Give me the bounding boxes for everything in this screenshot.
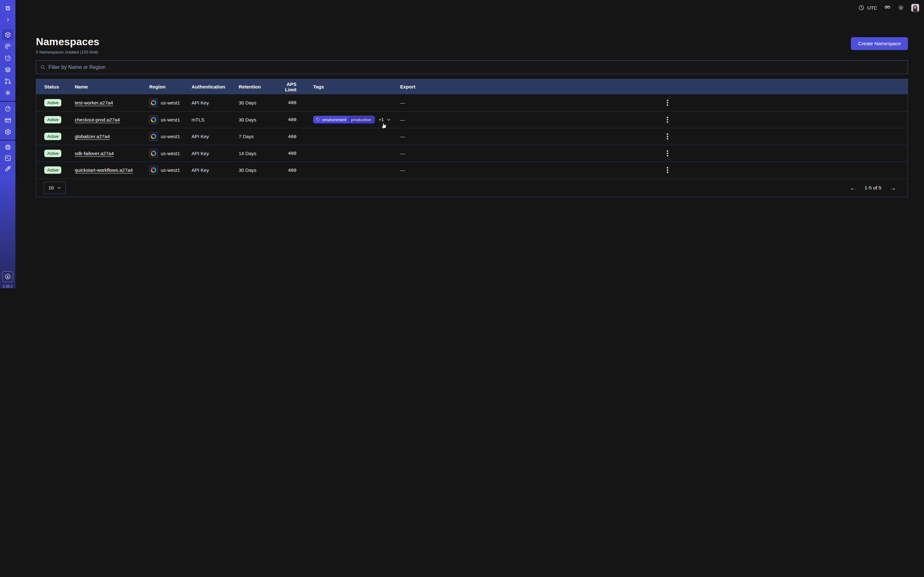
region-label: us-west1 — [161, 134, 180, 139]
sidebar-divider — [0, 101, 15, 102]
sidebar-item-namespaces[interactable] — [2, 29, 13, 40]
table-row: Active quickstart-workflows.a27a4 us-wes… — [36, 161, 462, 179]
sidebar-item-usage[interactable] — [2, 103, 13, 114]
namespaces-table: Status Name Region Authentication Retent… — [36, 79, 462, 197]
mouse-cursor-pointer — [380, 121, 388, 129]
tag-chip[interactable]: environment production — [313, 116, 375, 123]
sparkle-square-icon — [5, 155, 11, 161]
column-header-region: Region — [149, 84, 192, 89]
tag-key: environment — [322, 117, 346, 122]
sidebar-item-whats-new[interactable] — [2, 153, 13, 163]
auth-method: API Key — [192, 167, 239, 173]
search-icon — [40, 64, 45, 70]
status-badge: Active — [44, 150, 61, 157]
aps-limit-value: 400 — [276, 168, 298, 173]
gcp-region-icon — [149, 115, 158, 124]
table-pagination: 10 ← 1-5 of 5 → — [36, 179, 462, 197]
region-label: us-west1 — [161, 117, 180, 122]
status-badge: Active — [44, 116, 61, 123]
gcp-region-icon — [149, 149, 158, 158]
sidebar: $ 2.35.1 — [0, 0, 15, 288]
auth-method: API Key — [192, 100, 239, 105]
table-row: Active test-worker.a27a4 us-west1 API Ke… — [36, 94, 462, 111]
main-content: Namespaces 5 Namespaces created (100 lim… — [15, 15, 462, 288]
export-value: — — [400, 151, 427, 156]
column-header-status: Status — [44, 84, 75, 89]
column-header-authentication: Authentication — [192, 84, 239, 89]
spiral-icon — [5, 43, 11, 50]
page-size-value: 10 — [48, 185, 54, 190]
top-bar: UTC — [15, 0, 462, 15]
column-header-retention: Retention — [239, 84, 276, 89]
auth-method: mTLS — [192, 117, 239, 122]
region-label: us-west1 — [161, 100, 180, 105]
export-value: — — [400, 134, 427, 139]
export-value: — — [400, 167, 427, 173]
table-row: Active globalizer.a27a4 us-west1 API Key… — [36, 128, 462, 145]
app-version: 2.35.1 — [0, 284, 15, 288]
rocket-icon — [5, 165, 11, 172]
export-value: — — [400, 117, 427, 122]
gcp-region-icon — [149, 132, 158, 141]
namespace-link[interactable]: checkout-prod.a27a4 — [75, 117, 120, 122]
filter-input[interactable] — [48, 64, 462, 70]
page-header: Namespaces 5 Namespaces created (100 lim… — [36, 36, 462, 55]
namespace-link[interactable]: test-worker.a27a4 — [75, 100, 113, 105]
retention-value: 30 Days — [239, 100, 276, 105]
export-value: — — [400, 100, 427, 105]
aps-limit-value: 400 — [276, 117, 298, 122]
coin-icon: $ — [4, 273, 11, 280]
sidebar-item-schedules[interactable] — [2, 53, 13, 63]
page-title: Namespaces — [36, 36, 99, 48]
column-header-tags: Tags — [298, 84, 400, 89]
column-header-aps-limit: APS Limit — [276, 81, 298, 92]
table-row: Active checkout-prod.a27a4 us-west1 mTLS… — [36, 111, 462, 128]
aps-limit-value: 400 — [276, 134, 298, 139]
status-badge: Active — [44, 99, 61, 106]
sidebar-item-getting-started[interactable] — [2, 163, 13, 174]
sidebar-expand-chevron-right-icon[interactable] — [2, 14, 13, 25]
sidebar-divider — [0, 140, 15, 140]
sidebar-item-deployments[interactable] — [2, 64, 13, 75]
column-header-export: Export — [400, 84, 427, 89]
temporal-logo-icon[interactable] — [2, 3, 13, 13]
layers-icon — [5, 66, 11, 73]
tag-value: production — [349, 117, 374, 123]
pipeline-icon — [5, 78, 11, 85]
column-header-name: Name — [75, 84, 149, 89]
namespace-link[interactable]: sdk-failover.a27a4 — [75, 151, 114, 156]
auth-method: API Key — [192, 134, 239, 139]
retention-value: 14 Days — [239, 151, 276, 156]
aps-limit-value: 400 — [276, 100, 298, 105]
sidebar-item-settings[interactable] — [2, 126, 13, 137]
region-label: us-west1 — [161, 167, 180, 173]
namespace-count-subtitle: 5 Namespaces created (100 limit) — [36, 50, 99, 55]
gcp-region-icon — [149, 98, 158, 107]
table-header-row: Status Name Region Authentication Retent… — [36, 79, 462, 94]
retention-value: 30 Days — [239, 117, 276, 122]
credits-button[interactable]: $ — [2, 271, 13, 282]
gcp-region-icon — [149, 166, 158, 174]
table-row: Active sdk-failover.a27a4 us-west1 API K… — [36, 145, 462, 162]
aps-limit-value: 400 — [276, 151, 298, 156]
status-badge: Active — [44, 133, 61, 140]
region-label: us-west1 — [161, 151, 180, 156]
cube-icon — [5, 31, 11, 38]
sidebar-item-batch-operations[interactable] — [2, 76, 13, 87]
timer-icon — [5, 55, 11, 61]
sidebar-item-support[interactable] — [2, 142, 13, 153]
lifebuoy-icon — [5, 144, 11, 151]
asterisk-icon — [5, 89, 11, 96]
gear-icon — [5, 129, 11, 135]
filter-bar — [36, 60, 462, 74]
sidebar-item-nexus[interactable] — [2, 87, 13, 98]
sidebar-item-workflows[interactable] — [2, 41, 13, 52]
status-badge: Active — [44, 166, 61, 174]
credit-card-icon — [5, 117, 11, 124]
page-size-select[interactable]: 10 — [44, 182, 66, 194]
sidebar-item-billing[interactable] — [2, 115, 13, 126]
auth-method: API Key — [192, 151, 239, 156]
retention-value: 7 Days — [239, 134, 276, 139]
namespace-link[interactable]: globalizer.a27a4 — [75, 134, 110, 139]
namespace-link[interactable]: quickstart-workflows.a27a4 — [75, 167, 133, 173]
